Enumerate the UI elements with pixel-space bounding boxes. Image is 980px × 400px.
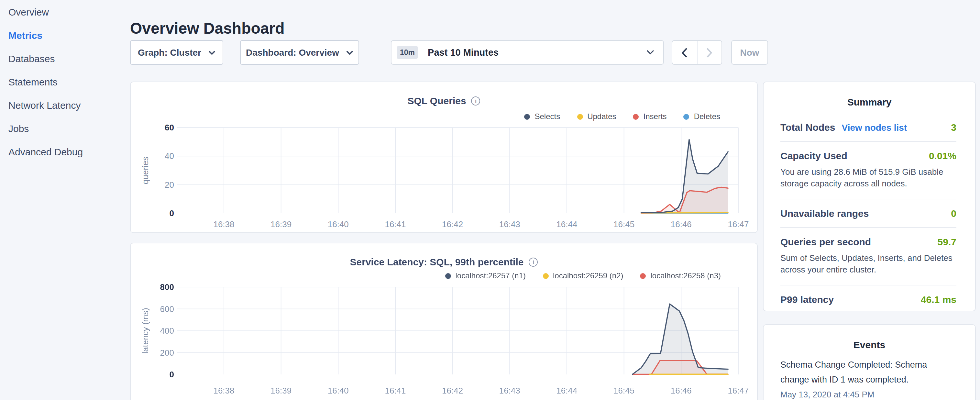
legend-dot-icon bbox=[633, 113, 639, 120]
svg-text:16:47: 16:47 bbox=[728, 386, 749, 395]
sidebar-item-metrics[interactable]: Metrics bbox=[0, 23, 123, 46]
svg-text:queries: queries bbox=[140, 157, 150, 184]
legend-dot-icon bbox=[524, 113, 530, 120]
svg-text:16:45: 16:45 bbox=[613, 220, 635, 229]
summary-row: Total NodesView nodes list3 bbox=[780, 113, 956, 141]
legend-dot-icon bbox=[640, 273, 646, 279]
event-text: Schema Change Completed: Schema change w… bbox=[780, 358, 957, 388]
legend-dot-icon bbox=[577, 113, 583, 120]
sql-queries-chart-card: SQL Queries SelectsUpdatesInsertsDeletes… bbox=[130, 81, 758, 233]
svg-text:400: 400 bbox=[160, 326, 174, 336]
legend-item[interactable]: Inserts bbox=[633, 112, 667, 121]
summary-row: P99 latency46.1 ms bbox=[780, 285, 956, 313]
view-nodes-list-link[interactable]: View nodes list bbox=[842, 122, 907, 133]
sidebar-item-network-latency[interactable]: Network Latency bbox=[0, 93, 123, 116]
info-icon[interactable] bbox=[471, 96, 480, 105]
graph-dropdown-label: Graph: Cluster bbox=[138, 47, 201, 57]
sidebar-item-statements[interactable]: Statements bbox=[0, 70, 123, 93]
sidebar-item-overview[interactable]: Overview bbox=[0, 0, 123, 23]
sidebar-item-databases[interactable]: Databases bbox=[0, 46, 123, 70]
dashboard-dropdown-label: Dashboard: Overview bbox=[246, 47, 339, 57]
legend-item[interactable]: Updates bbox=[577, 112, 616, 121]
legend-item[interactable]: localhost:26259 (n2) bbox=[542, 271, 624, 280]
legend-label: localhost:26258 (n3) bbox=[651, 271, 721, 280]
svg-text:16:42: 16:42 bbox=[442, 386, 463, 395]
summary-row-label: P99 latency bbox=[780, 294, 834, 305]
chevron-down-icon bbox=[346, 50, 353, 55]
time-next-button[interactable] bbox=[697, 41, 721, 64]
summary-row-label: Total Nodes bbox=[780, 122, 835, 133]
svg-text:16:38: 16:38 bbox=[213, 386, 234, 395]
chart-title: Service Latency: SQL, 99th percentile bbox=[350, 256, 524, 267]
time-range-badge: 10m bbox=[397, 46, 418, 59]
svg-text:0: 0 bbox=[170, 209, 174, 218]
events-body: Schema Change Completed: Schema change w… bbox=[764, 350, 975, 399]
summary-row: Unavailable ranges0 bbox=[780, 199, 956, 227]
legend-label: Updates bbox=[587, 112, 616, 121]
chart-title-row: SQL Queries bbox=[131, 95, 757, 106]
svg-text:40: 40 bbox=[165, 151, 174, 161]
time-range-selector[interactable]: 10m Past 10 Minutes bbox=[391, 40, 664, 65]
svg-text:16:42: 16:42 bbox=[442, 220, 463, 229]
now-button[interactable]: Now bbox=[731, 40, 768, 65]
svg-text:16:43: 16:43 bbox=[499, 220, 520, 229]
summary-row-subtext: Sum of Selects, Updates, Inserts, and De… bbox=[780, 252, 956, 276]
page: OverviewMetricsDatabasesStatementsNetwor… bbox=[0, 0, 980, 400]
summary-row-value: 3 bbox=[951, 122, 956, 133]
time-range-label: Past 10 Minutes bbox=[428, 47, 499, 57]
legend-item[interactable]: localhost:26257 (n1) bbox=[445, 271, 526, 280]
info-icon[interactable] bbox=[529, 257, 538, 266]
graph-dropdown[interactable]: Graph: Cluster bbox=[130, 40, 223, 65]
legend-label: Inserts bbox=[644, 112, 667, 121]
svg-text:16:43: 16:43 bbox=[499, 386, 520, 395]
summary-row-label: Capacity Used bbox=[780, 150, 847, 161]
svg-text:16:46: 16:46 bbox=[671, 386, 692, 395]
svg-text:16:38: 16:38 bbox=[213, 220, 234, 229]
summary-row: Capacity Used0.01%You are using 28.6 MiB… bbox=[780, 141, 956, 199]
toolbar-divider bbox=[375, 40, 375, 66]
chart-legend: localhost:26257 (n1)localhost:26259 (n2)… bbox=[445, 271, 721, 280]
summary-panel: Summary Total NodesView nodes list3Capac… bbox=[763, 81, 976, 311]
chart-title-row: Service Latency: SQL, 99th percentile bbox=[131, 256, 757, 267]
sidebar-item-advanced-debug[interactable]: Advanced Debug bbox=[0, 140, 123, 163]
summary-row-label: Queries per second bbox=[780, 236, 871, 247]
time-prev-button[interactable] bbox=[672, 41, 697, 64]
svg-text:16:40: 16:40 bbox=[328, 220, 349, 229]
chart-title: SQL Queries bbox=[407, 95, 466, 106]
sidebar-nav: OverviewMetricsDatabasesStatementsNetwor… bbox=[0, 0, 123, 163]
legend-label: localhost:26257 (n1) bbox=[455, 271, 526, 280]
svg-text:60: 60 bbox=[165, 123, 174, 132]
svg-text:16:47: 16:47 bbox=[728, 220, 749, 229]
legend-item[interactable]: Deletes bbox=[684, 112, 720, 121]
svg-text:16:44: 16:44 bbox=[556, 386, 577, 395]
svg-text:800: 800 bbox=[160, 282, 174, 292]
summary-row-value: 0.01% bbox=[929, 150, 956, 161]
summary-row: Queries per second59.7Sum of Selects, Up… bbox=[780, 227, 956, 285]
svg-text:16:39: 16:39 bbox=[270, 220, 291, 229]
summary-row-label: Unavailable ranges bbox=[780, 208, 869, 219]
time-nav-group bbox=[672, 40, 722, 65]
svg-text:16:39: 16:39 bbox=[270, 386, 291, 395]
legend-label: Selects bbox=[535, 112, 560, 121]
events-panel: Events Schema Change Completed: Schema c… bbox=[763, 324, 976, 400]
chevron-down-icon bbox=[208, 50, 215, 55]
summary-row-subtext: You are using 28.6 MiB of 515.9 GiB usab… bbox=[780, 166, 956, 190]
event-item: Schema Change Completed: Schema change w… bbox=[780, 358, 957, 399]
summary-body: Total NodesView nodes list3Capacity Used… bbox=[764, 107, 975, 313]
legend-label: localhost:26259 (n2) bbox=[553, 271, 624, 280]
service-latency-chart-card: Service Latency: SQL, 99th percentile lo… bbox=[130, 243, 758, 400]
sidebar-item-jobs[interactable]: Jobs bbox=[0, 116, 123, 140]
dashboard-dropdown[interactable]: Dashboard: Overview bbox=[240, 40, 359, 65]
summary-row-value: 46.1 ms bbox=[921, 294, 956, 305]
legend-label: Deletes bbox=[694, 112, 720, 121]
legend-item[interactable]: localhost:26258 (n3) bbox=[640, 271, 721, 280]
svg-text:600: 600 bbox=[160, 304, 174, 314]
app-viewport: OverviewMetricsDatabasesStatementsNetwor… bbox=[0, 0, 980, 400]
events-title: Events bbox=[764, 339, 975, 350]
chart-legend: SelectsUpdatesInsertsDeletes bbox=[524, 112, 720, 121]
chevron-down-icon bbox=[646, 50, 654, 55]
summary-row-value: 59.7 bbox=[938, 236, 956, 247]
svg-text:16:41: 16:41 bbox=[385, 386, 406, 395]
svg-text:latency (ms): latency (ms) bbox=[140, 308, 150, 354]
legend-item[interactable]: Selects bbox=[524, 112, 560, 121]
